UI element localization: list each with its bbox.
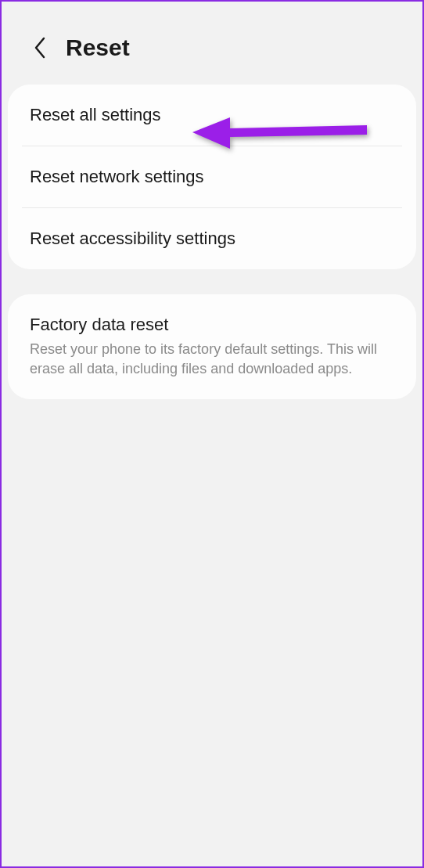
- list-item-label: Factory data reset: [30, 315, 394, 335]
- reset-options-group: Reset all settings Reset network setting…: [8, 85, 416, 269]
- reset-network-settings-item[interactable]: Reset network settings: [8, 146, 416, 207]
- header: Reset: [2, 2, 422, 85]
- reset-all-settings-item[interactable]: Reset all settings: [8, 85, 416, 146]
- reset-accessibility-settings-item[interactable]: Reset accessibility settings: [8, 208, 416, 269]
- back-button[interactable]: [30, 38, 50, 58]
- list-item-label: Reset all settings: [30, 105, 394, 125]
- list-item-label: Reset accessibility settings: [30, 229, 394, 249]
- factory-data-reset-item[interactable]: Factory data reset Reset your phone to i…: [8, 294, 416, 399]
- factory-reset-group: Factory data reset Reset your phone to i…: [8, 294, 416, 399]
- list-item-label: Reset network settings: [30, 167, 394, 187]
- chevron-left-icon: [33, 36, 47, 59]
- list-item-description: Reset your phone to its factory default …: [30, 340, 394, 379]
- page-title: Reset: [66, 34, 130, 61]
